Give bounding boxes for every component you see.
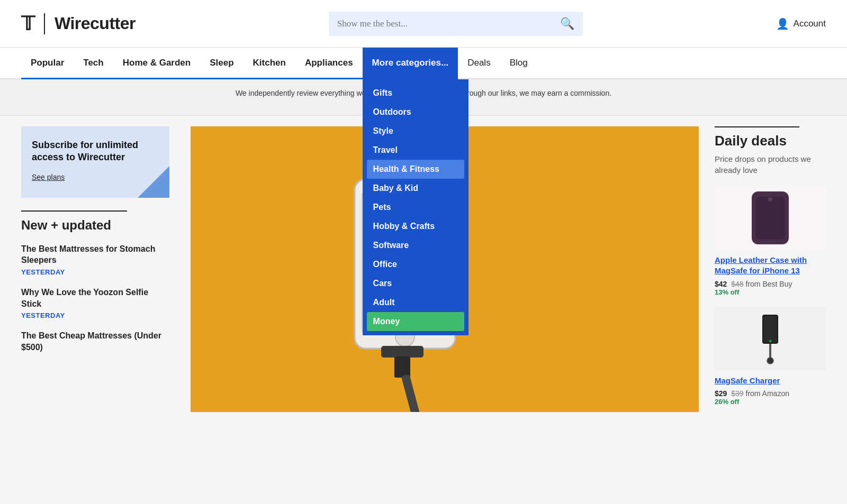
deal-item-2: MagSafe Charger $29 $39 from Amazon 26% …: [715, 307, 826, 406]
deal-item-2-pricing: $29 $39 from Amazon: [715, 389, 826, 398]
deal-item-1-source: from Best Buy: [746, 280, 792, 288]
dropdown-item-gifts[interactable]: Gifts: [363, 84, 468, 103]
dropdown-item-software[interactable]: Software: [363, 236, 468, 255]
subscribe-link[interactable]: See plans: [32, 173, 65, 181]
account-label: Account: [794, 19, 826, 29]
search-icon[interactable]: 🔍: [560, 17, 574, 31]
nav-item-blog[interactable]: Blog: [500, 48, 537, 79]
search-input[interactable]: [337, 19, 556, 29]
news-item-3: The Best Cheap Mattresses (Under $500): [21, 330, 169, 353]
svg-point-30: [769, 340, 771, 342]
dropdown-item-hobby-crafts[interactable]: Hobby & Crafts: [363, 217, 468, 236]
news-item-2: Why We Love the Yoozon Selfie Stick YEST…: [21, 287, 169, 319]
deal-item-2-source: from Amazon: [746, 389, 789, 398]
dropdown-item-health-fitness[interactable]: Health & Fitness: [367, 160, 464, 179]
dropdown-item-office[interactable]: Office: [363, 255, 468, 274]
svg-point-32: [767, 358, 773, 364]
nav-item-more-categories[interactable]: More categories...: [363, 48, 458, 79]
subscribe-box: Subscribe for unlimited access to Wirecu…: [21, 126, 169, 198]
daily-deals-title: Daily deals: [715, 133, 826, 149]
deal-item-2-price-current: $29: [715, 389, 727, 398]
dropdown-item-outdoors[interactable]: Outdoors: [363, 103, 468, 122]
news-item-2-date: YESTERDAY: [21, 311, 169, 319]
dropdown-item-money[interactable]: Money: [367, 312, 464, 331]
more-categories-dropdown: Gifts Outdoors Style Travel Health & Fit…: [363, 79, 468, 335]
news-item-1-date: YESTERDAY: [21, 268, 169, 276]
deal-item-1-discount: 13% off: [715, 288, 826, 296]
right-sidebar: Daily deals Price drops on products we a…: [709, 126, 826, 416]
search-area: 🔍: [136, 12, 776, 36]
nav-item-popular[interactable]: Popular: [21, 48, 74, 79]
news-item-1-title[interactable]: The Best Mattresses for Stomach Sleepers: [21, 243, 169, 266]
svg-rect-20: [381, 346, 424, 358]
deal-item-2-price-original: $39: [731, 389, 743, 398]
logo-divider: [44, 13, 45, 34]
nav-item-kitchen[interactable]: Kitchen: [244, 48, 295, 79]
svg-rect-29: [763, 316, 777, 343]
news-item-3-title[interactable]: The Best Cheap Mattresses (Under $500): [21, 330, 169, 353]
account-area[interactable]: 👤 Account: [776, 17, 826, 30]
navbar: Popular Tech Home & Garden Sleep Kitchen…: [0, 48, 847, 79]
deal-item-1-price-original: $48: [731, 280, 743, 288]
news-item-2-title[interactable]: Why We Love the Yoozon Selfie Stick: [21, 287, 169, 309]
new-updated-title: New + updated: [21, 218, 169, 233]
nav-item-tech[interactable]: Tech: [74, 48, 113, 79]
deal-item-2-title[interactable]: MagSafe Charger: [715, 375, 826, 386]
dropdown-item-pets[interactable]: Pets: [363, 198, 468, 217]
deal-image-2-svg: [749, 312, 791, 365]
account-person-icon: 👤: [776, 17, 789, 30]
svg-rect-21: [394, 356, 410, 378]
site-logo-text[interactable]: Wirecutter: [55, 14, 136, 33]
dropdown-item-adult[interactable]: Adult: [363, 293, 468, 312]
deal-item-1: Apple Leather Case with MagSafe for iPho…: [715, 186, 826, 296]
deal-item-2-discount: 26% off: [715, 398, 826, 406]
svg-point-27: [768, 197, 772, 201]
svg-rect-26: [755, 197, 785, 239]
deal-item-1-price-current: $42: [715, 280, 727, 288]
deal-item-1-image: [715, 186, 826, 250]
subscribe-title: Subscribe for unlimited access to Wirecu…: [32, 139, 159, 164]
header: 𝕋 Wirecutter 🔍 👤 Account: [0, 0, 847, 48]
daily-deals-subtitle: Price drops on products we already love: [715, 153, 826, 176]
nyt-logo-icon[interactable]: 𝕋: [21, 13, 34, 35]
nav-item-sleep[interactable]: Sleep: [200, 48, 243, 79]
new-updated-section: New + updated The Best Mattresses for St…: [21, 210, 169, 353]
news-item-1: The Best Mattresses for Stomach Sleepers…: [21, 243, 169, 276]
subscribe-triangle-decoration: [138, 166, 169, 198]
deal-item-2-image: [715, 307, 826, 370]
search-container: 🔍: [329, 12, 583, 36]
dropdown-item-travel[interactable]: Travel: [363, 141, 468, 160]
deal-item-1-pricing: $42 $48 from Best Buy: [715, 280, 826, 288]
daily-deals-divider: [715, 126, 799, 127]
dropdown-item-style[interactable]: Style: [363, 122, 468, 141]
dropdown-item-baby-kid[interactable]: Baby & Kid: [363, 179, 468, 198]
nav-item-deals[interactable]: Deals: [458, 48, 500, 79]
nav-item-appliances[interactable]: Appliances: [295, 48, 363, 79]
nav-item-home-garden[interactable]: Home & Garden: [113, 48, 200, 79]
more-categories-nav-item[interactable]: More categories... Gifts Outdoors Style …: [363, 48, 458, 78]
new-updated-divider: [21, 210, 127, 212]
dropdown-item-cars[interactable]: Cars: [363, 274, 468, 293]
deal-item-1-title[interactable]: Apple Leather Case with MagSafe for iPho…: [715, 255, 826, 277]
deal-image-1-svg: [749, 189, 791, 247]
logo-area: 𝕋 Wirecutter: [21, 13, 136, 35]
left-sidebar: Subscribe for unlimited access to Wirecu…: [21, 126, 180, 416]
